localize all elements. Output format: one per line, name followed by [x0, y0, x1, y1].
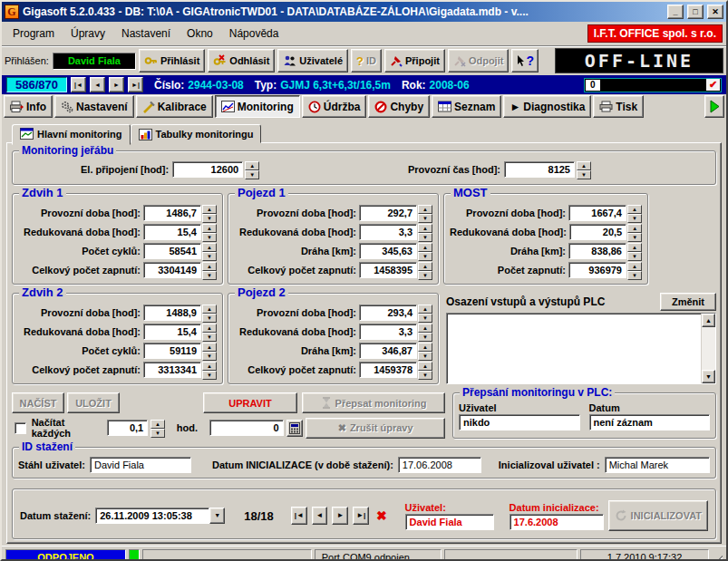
init-date-field[interactable]: 17.06.2008	[398, 457, 481, 473]
spin-up-icon[interactable]: ▲	[577, 161, 591, 170]
stat-field[interactable]: 936979	[568, 262, 626, 278]
resize-grip[interactable]	[712, 556, 723, 561]
spin-up-icon[interactable]: ▲	[202, 205, 217, 214]
rec-last-button[interactable]: ►|	[353, 507, 369, 525]
download-date-combo[interactable]: 26.11.2009 13:05:38 ▼	[95, 508, 225, 524]
logout-button[interactable]: Odhlásit	[208, 49, 275, 73]
spin-up-icon[interactable]: ▲	[202, 324, 217, 333]
spin-up-icon[interactable]: ▲	[418, 262, 432, 271]
downloaded-by-field[interactable]: David Fiala	[90, 457, 191, 473]
minimize-button[interactable]: _	[667, 5, 684, 19]
spin-down-icon[interactable]: ▼	[202, 333, 217, 342]
stat-field[interactable]: 3304149	[143, 262, 201, 278]
spin-up-icon[interactable]: ▲	[202, 224, 217, 233]
spinner[interactable]: ▲▼	[627, 224, 642, 240]
edit-button[interactable]: UPRAVIT	[203, 392, 297, 413]
spin-up-icon[interactable]: ▲	[418, 343, 432, 352]
scroll-up-icon[interactable]: ▲	[702, 314, 715, 327]
stat-field[interactable]: 20,5	[569, 224, 626, 240]
spinner[interactable]: ▲▼	[627, 205, 642, 221]
spin-down-icon[interactable]: ▼	[202, 371, 217, 380]
record-last-button[interactable]: ►|	[128, 77, 143, 92]
spinner[interactable]: ▲▼	[418, 224, 432, 240]
stat-field[interactable]: 292,7	[359, 205, 417, 221]
id-button[interactable]: ? ID	[351, 49, 382, 73]
autoload-checkbox[interactable]	[15, 422, 26, 434]
provozni-cas-spinner[interactable]: ▲▼	[577, 161, 591, 178]
stat-field[interactable]: 3,3	[359, 324, 417, 340]
spin-up-icon[interactable]: ▲	[202, 262, 217, 271]
spin-up-icon[interactable]: ▲	[418, 224, 432, 233]
stat-field[interactable]: 1486,7	[143, 205, 201, 221]
connect-button[interactable]: Připojit	[384, 49, 445, 73]
spinner[interactable]: ▲▼	[202, 305, 217, 321]
spin-down-icon[interactable]: ▼	[202, 352, 217, 361]
initialize-button[interactable]: INICIALIZOVAT	[608, 500, 708, 531]
menu-upravy[interactable]: Úpravy	[63, 25, 112, 42]
spinner[interactable]: ▲▼	[418, 343, 432, 359]
spin-up-icon[interactable]: ▲	[202, 243, 217, 252]
spin-down-icon[interactable]: ▼	[627, 252, 642, 261]
load-button[interactable]: NAČÍST	[12, 392, 64, 413]
stat-field[interactable]: 3313341	[143, 362, 201, 378]
spin-up-icon[interactable]: ▲	[627, 205, 642, 214]
provozni-cas-field[interactable]: 8125	[504, 161, 575, 178]
tab-tisk[interactable]: Tisk	[593, 95, 644, 118]
spin-up-icon[interactable]: ▲	[418, 305, 432, 314]
plc-listbox[interactable]: ▲ ▼	[446, 313, 716, 384]
spin-down-icon[interactable]: ▼	[577, 170, 591, 179]
stat-field[interactable]: 15,4	[143, 324, 201, 340]
plc-date-field[interactable]: není záznam	[589, 414, 711, 430]
overwrite-monitoring-button[interactable]: Přepsat monitoring	[302, 392, 445, 413]
spin-down-icon[interactable]: ▼	[202, 271, 217, 280]
spinner[interactable]: ▲▼	[202, 362, 217, 378]
run-button[interactable]	[704, 95, 724, 118]
spin-up-icon[interactable]: ▲	[418, 243, 432, 252]
plc-user-field[interactable]: nikdo	[459, 414, 580, 430]
spin-up-icon[interactable]: ▲	[627, 262, 642, 271]
counter-field[interactable]: 0	[209, 420, 284, 436]
spin-down-icon[interactable]: ▼	[418, 233, 432, 242]
tab-diagnostika[interactable]: ► Diagnostika	[503, 95, 591, 118]
menu-nastaveni[interactable]: Nastavení	[114, 25, 178, 42]
spin-up-icon[interactable]: ▲	[202, 343, 217, 352]
spinner[interactable]: ▲▼	[202, 262, 217, 278]
delete-record-icon[interactable]: ✖	[374, 507, 389, 525]
spin-up-icon[interactable]: ▲	[202, 305, 217, 314]
tab-udrzba[interactable]: Údržba	[302, 95, 367, 118]
subtab-tabulky-monitoringu[interactable]: Tabulky monitoringu	[131, 124, 262, 143]
spinner[interactable]: ▲▼	[202, 324, 217, 340]
spin-up-icon[interactable]: ▲	[202, 362, 217, 371]
spin-down-icon[interactable]: ▼	[418, 371, 432, 380]
stat-field[interactable]: 1667,4	[568, 205, 626, 221]
stat-field[interactable]: 345,63	[359, 243, 417, 259]
spinner[interactable]: ▲▼	[202, 224, 217, 240]
save-button[interactable]: ULOŽIT	[67, 392, 120, 413]
tab-kalibrace[interactable]: Kalibrace	[136, 95, 213, 118]
spinner[interactable]: ▲▼	[418, 362, 432, 378]
bottom-user-field[interactable]: David Fiala	[405, 514, 494, 530]
spin-up-icon[interactable]: ▲	[418, 205, 432, 214]
stat-field[interactable]: 1488,9	[143, 305, 201, 321]
spin-up-icon[interactable]: ▲	[245, 161, 259, 170]
spin-up-icon[interactable]: ▲	[627, 243, 642, 252]
rec-prev-button[interactable]: ◄	[312, 507, 328, 525]
context-help-button[interactable]: ?	[511, 49, 539, 73]
spin-up-icon[interactable]: ▲	[627, 224, 642, 233]
interval-spinner[interactable]: ▲▼	[150, 420, 165, 436]
maximize-button[interactable]: □	[687, 5, 704, 19]
record-next-button[interactable]: ►	[109, 77, 124, 92]
confirm-check-icon[interactable]: ✔	[706, 79, 720, 91]
stat-field[interactable]: 838,86	[568, 243, 626, 259]
spin-down-icon[interactable]: ▼	[627, 233, 642, 242]
change-button[interactable]: Změnit	[660, 293, 716, 311]
el-pripojeni-spinner[interactable]: ▲▼	[245, 161, 259, 178]
spinner[interactable]: ▲▼	[627, 243, 642, 259]
tab-nastaveni[interactable]: Nastavení	[54, 95, 134, 118]
disconnect-button[interactable]: Odpojit	[448, 49, 510, 73]
stat-field[interactable]: 59119	[143, 343, 201, 359]
users-button[interactable]: Uživatelé	[277, 49, 348, 73]
spin-down-icon[interactable]: ▼	[627, 271, 642, 280]
download-date-value[interactable]: 26.11.2009 13:05:38	[95, 508, 209, 524]
spin-up-icon[interactable]: ▲	[418, 362, 432, 371]
